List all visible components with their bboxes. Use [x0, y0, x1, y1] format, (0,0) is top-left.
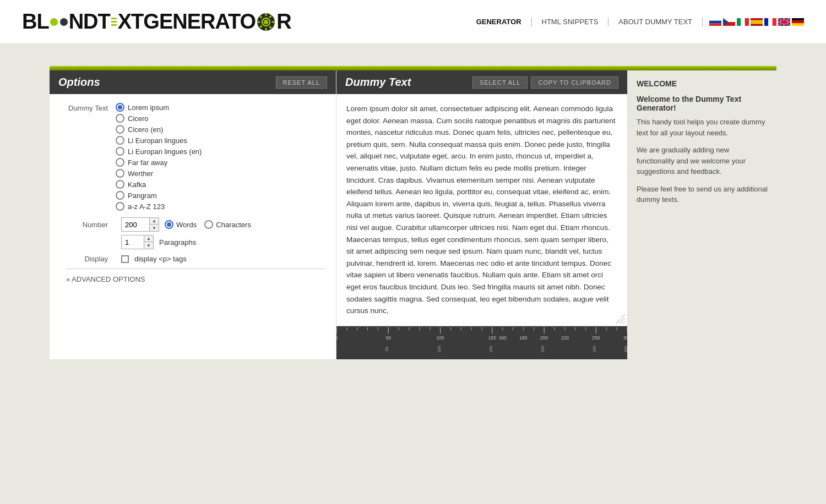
- svg-rect-4: [257, 21, 260, 23]
- reset-all-button[interactable]: RESET ALL: [276, 76, 328, 89]
- radio-az123-input[interactable]: [116, 202, 124, 211]
- radio-kafka-input[interactable]: [116, 180, 124, 189]
- flag-uk[interactable]: [778, 18, 790, 26]
- welcome-para2: We are gradually adding new functionalit…: [637, 145, 768, 177]
- nav-divider-2: [608, 18, 608, 26]
- resize-handle-icon[interactable]: [614, 313, 625, 324]
- radio-far-away-input[interactable]: [116, 158, 124, 167]
- svg-rect-22: [764, 18, 768, 26]
- logo: BL NDT XTGENERATO: [22, 10, 291, 34]
- logo-text: BL NDT XTGENERATO: [22, 10, 291, 34]
- svg-text:300: 300: [623, 346, 627, 353]
- number-up-button[interactable]: ▲: [150, 218, 159, 224]
- flag-ru[interactable]: [709, 18, 721, 26]
- radio-far-away[interactable]: Far far away: [116, 158, 202, 167]
- paragraphs-input[interactable]: [122, 236, 144, 249]
- flag-es[interactable]: [751, 18, 763, 26]
- options-panel: Options RESET ALL Dummy Text Lorem ipsum: [50, 70, 336, 359]
- radio-kafka[interactable]: Kafka: [116, 180, 202, 189]
- svg-rect-2: [265, 13, 267, 16]
- radio-li-europan-en[interactable]: Li Europan lingues (en): [116, 147, 202, 156]
- ruler: 0 50 100 150 160 180 200 220 250 300 50: [336, 326, 627, 359]
- radio-words[interactable]: Words: [165, 220, 197, 229]
- radio-characters-label: Characters: [216, 221, 251, 229]
- radio-cicero-en-input[interactable]: [116, 125, 124, 134]
- radio-az123[interactable]: a-z A-Z 123: [116, 202, 202, 211]
- svg-rect-21: [751, 20, 763, 24]
- dummy-text-label: Dummy Text: [66, 103, 116, 112]
- radio-pangram-input[interactable]: [116, 191, 124, 200]
- options-header: Options RESET ALL: [50, 70, 336, 94]
- options-title: Options: [58, 76, 100, 89]
- number-input-wrap: ▲ ▼: [121, 217, 159, 232]
- radio-li-europan[interactable]: Li Europan lingues: [116, 136, 202, 145]
- radio-li-europan-label: Li Europan lingues: [128, 136, 187, 145]
- svg-text:150: 150: [488, 346, 493, 353]
- radio-cicero-en[interactable]: Cicero (en): [116, 125, 202, 134]
- words-characters-group: Words Characters: [165, 220, 251, 229]
- paragraphs-label: Paragraphs: [159, 238, 196, 246]
- content-layout: Options RESET ALL Dummy Text Lorem ipsum: [50, 70, 776, 359]
- ruler-svg: 0 50 100 150 160 180 200 220 250 300 50: [336, 326, 627, 359]
- flag-cz[interactable]: [723, 18, 735, 26]
- radio-characters[interactable]: Characters: [204, 220, 251, 229]
- display-label: Display: [66, 255, 116, 263]
- radio-words-input[interactable]: [165, 220, 173, 229]
- nav-about[interactable]: ABOUT DUMMY TEXT: [611, 18, 700, 26]
- svg-rect-36: [792, 23, 804, 26]
- nav-divider-3: [702, 18, 703, 26]
- svg-rect-23: [768, 18, 772, 26]
- display-p-tags-checkbox[interactable]: [121, 255, 129, 263]
- dummy-text-paragraph: Lorem ipsum dolor sit amet, consectetuer…: [346, 103, 617, 317]
- main-nav: GENERATOR HTML SNIPPETS ABOUT DUMMY TEXT: [469, 18, 804, 26]
- number-label: Number: [66, 221, 116, 229]
- svg-text:250: 250: [592, 346, 597, 353]
- radio-li-europan-input[interactable]: [116, 136, 124, 145]
- number-input[interactable]: [122, 218, 149, 231]
- flag-de[interactable]: [792, 18, 804, 26]
- nav-html-snippets[interactable]: HTML SNIPPETS: [534, 18, 606, 26]
- main-wrapper: Options RESET ALL Dummy Text Lorem ipsum: [28, 66, 798, 359]
- flag-it[interactable]: [737, 18, 749, 26]
- radio-li-europan-en-label: Li Europan lingues (en): [128, 147, 202, 156]
- radio-lorem-ipsum[interactable]: Lorem ipsum: [116, 103, 202, 112]
- radio-werther[interactable]: Werther: [116, 169, 202, 178]
- welcome-title: WELCOME: [637, 79, 768, 88]
- dummy-actions: SELECT ALL COPY TO CLIPBOARD: [472, 76, 618, 89]
- svg-text:160: 160: [499, 335, 507, 341]
- flag-fr[interactable]: [764, 18, 776, 26]
- advanced-options-link[interactable]: » ADVANCED OPTIONS: [66, 275, 145, 283]
- paragraphs-spinners: ▲ ▼: [144, 235, 153, 249]
- select-all-button[interactable]: SELECT ALL: [472, 76, 528, 89]
- number-down-button[interactable]: ▼: [150, 224, 159, 231]
- svg-text:300: 300: [623, 335, 627, 341]
- dummy-title: Dummy Text: [345, 76, 411, 89]
- svg-rect-13: [709, 23, 721, 26]
- svg-text:100: 100: [437, 335, 444, 341]
- svg-rect-12: [709, 20, 721, 23]
- radio-lorem-ipsum-input[interactable]: [116, 103, 124, 112]
- radio-cicero[interactable]: Cicero: [116, 114, 202, 123]
- svg-text:250: 250: [592, 335, 600, 341]
- nav-generator[interactable]: GENERATOR: [469, 18, 529, 26]
- paragraphs-down-button[interactable]: ▼: [144, 242, 153, 249]
- radio-cicero-input[interactable]: [116, 114, 124, 123]
- svg-text:50: 50: [384, 347, 389, 351]
- radio-az123-label: a-z A-Z 123: [128, 202, 165, 211]
- number-row: Number ▲ ▼ Words: [66, 217, 325, 232]
- green-bar: [50, 66, 776, 70]
- svg-text:180: 180: [519, 335, 527, 341]
- svg-rect-34: [792, 18, 804, 21]
- radio-cicero-en-label: Cicero (en): [128, 125, 163, 134]
- copy-to-clipboard-button[interactable]: COPY TO CLIPBOARD: [531, 76, 618, 89]
- language-flags: [709, 18, 804, 26]
- number-spinners: ▲ ▼: [149, 218, 159, 231]
- logo-lines-icon: [111, 18, 117, 26]
- radio-characters-input[interactable]: [204, 220, 213, 229]
- radio-li-europan-en-input[interactable]: [116, 147, 124, 156]
- radio-werther-input[interactable]: [116, 169, 124, 178]
- paragraphs-up-button[interactable]: ▲: [144, 235, 153, 242]
- logo-dot-1: [50, 18, 58, 26]
- radio-pangram[interactable]: Pangram: [116, 191, 202, 200]
- radio-pangram-label: Pangram: [128, 191, 157, 200]
